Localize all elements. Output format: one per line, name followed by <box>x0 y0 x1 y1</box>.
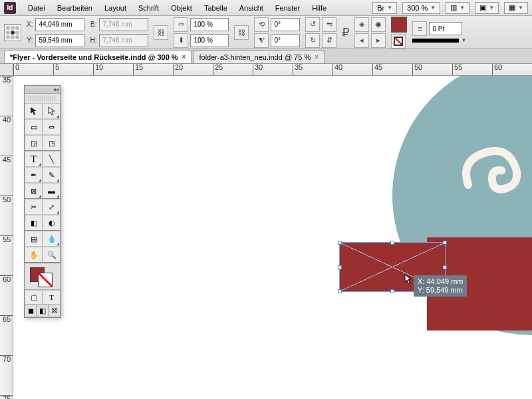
note-tool[interactable]: ▤ <box>25 231 43 247</box>
rotate-ccw-button[interactable]: ↺ <box>305 17 320 32</box>
flip-v-button[interactable]: ⇵ <box>322 33 336 48</box>
scale-x-icon: ⬄ <box>174 17 188 32</box>
shear-field[interactable]: 0° <box>271 34 300 47</box>
menu-objekt[interactable]: Objekt <box>166 2 198 14</box>
next-object-button[interactable]: ▸ <box>371 33 386 48</box>
canvas-area: 0 5 10 15 20 25 30 35 40 45 50 55 60 35 … <box>0 64 532 399</box>
rotate-field[interactable]: 0° <box>271 18 300 31</box>
line-tool[interactable]: ╲ <box>43 151 61 167</box>
zoom-tool[interactable]: 🔍 <box>43 247 61 263</box>
tab-flyer[interactable]: *Flyer - Vorderseite und Rückseite.indd … <box>4 50 192 63</box>
rotate-cw-button[interactable]: ↻ <box>305 33 320 48</box>
stroke-style-dropdown[interactable] <box>412 39 459 43</box>
menu-bar: Id Datei Bearbeiten Layout Schrift Objek… <box>0 0 532 16</box>
menu-fenster[interactable]: Fenster <box>270 2 305 14</box>
free-transform-tool[interactable]: ⤢ <box>43 199 61 215</box>
formatting-container-button[interactable]: ▢ <box>25 290 43 305</box>
tools-panel[interactable]: ◂◂ ▭ ⇔ ◲ ◳ T ╲ ✒ ✎ ⊠ ▬ ✂ ⤢ ◧ ◐ ▤ 💧 ✋ 🔍 ▢… <box>24 85 61 318</box>
hand-tool[interactable]: ✋ <box>25 247 43 263</box>
formatting-text-button[interactable]: T <box>43 290 61 305</box>
content-collector-tool[interactable]: ◲ <box>25 135 43 151</box>
close-icon[interactable]: × <box>182 53 186 61</box>
cursor-arrow-icon <box>404 274 412 285</box>
shear-icon: ⧨ <box>254 33 269 48</box>
gradient-swatch-tool[interactable]: ◧ <box>25 215 43 231</box>
paragraph-indicator-icon: ₽ <box>342 25 349 40</box>
menu-tabelle[interactable]: Tabelle <box>199 2 233 14</box>
rotate-icon: ⟲ <box>254 17 269 32</box>
h-label: H: <box>90 37 96 44</box>
smart-guide-tooltip: X: 44,049 mm Y: 59,549 mm <box>414 275 467 297</box>
screen-mode-button[interactable]: ▣▼ <box>475 2 499 14</box>
page-icon: ▥ <box>450 3 457 12</box>
view-options-button[interactable]: ▥▼ <box>446 2 469 14</box>
content-placer-tool[interactable]: ◳ <box>43 135 61 151</box>
width-field[interactable]: 7,746 mm <box>99 18 148 31</box>
swirl-logo-icon <box>446 129 532 209</box>
ruler-origin[interactable] <box>0 64 13 76</box>
x-field[interactable]: 44,049 mm <box>35 18 84 31</box>
close-icon[interactable]: × <box>315 53 319 61</box>
panel-grip[interactable] <box>29 96 57 101</box>
screen-icon: ▣ <box>479 3 486 12</box>
page-tool[interactable]: ▭ <box>25 119 43 135</box>
constrain-scale-icon[interactable]: ⛓ <box>234 25 249 40</box>
fill-swatch[interactable] <box>391 17 407 33</box>
y-field[interactable]: 59,549 mm <box>35 34 84 47</box>
selection-tool[interactable] <box>25 103 43 119</box>
pencil-tool[interactable]: ✎ <box>43 167 61 183</box>
gap-tool[interactable]: ⇔ <box>43 119 61 135</box>
menu-bearbeiten[interactable]: Bearbeiten <box>52 2 98 14</box>
arrange-button[interactable]: ▦▼ <box>504 2 528 14</box>
apply-none-button[interactable]: ☒ <box>49 305 61 317</box>
menu-hilfe[interactable]: Hilfe <box>307 2 332 14</box>
stroke-weight-field[interactable]: 0 Pt <box>429 22 462 35</box>
reference-point-proxy[interactable] <box>4 24 21 41</box>
vertical-ruler[interactable]: 35 40 45 50 55 60 65 70 75 <box>0 76 13 399</box>
document-tabs: *Flyer - Vorderseite und Rückseite.indd … <box>0 49 532 64</box>
scissors-tool[interactable]: ✂ <box>25 199 43 215</box>
apply-gradient-button[interactable]: ◧ <box>37 305 49 317</box>
app-logo: Id <box>4 2 16 14</box>
direct-selection-tool[interactable] <box>43 103 61 119</box>
prev-object-button[interactable]: ◂ <box>354 33 369 48</box>
color-mode-row: ◼ ◧ ☒ <box>25 304 61 317</box>
constrain-wh-icon[interactable]: ⛓ <box>154 25 168 40</box>
gradient-feather-tool[interactable]: ◐ <box>43 215 61 231</box>
horizontal-ruler[interactable]: 0 5 10 15 20 25 30 35 40 45 50 55 60 <box>13 64 532 76</box>
w-label: B: <box>90 21 96 28</box>
tab-folder[interactable]: folder-a3-hinten_neu.indd @ 75 %× <box>193 50 325 63</box>
pen-tool[interactable]: ✒ <box>25 167 43 183</box>
apply-color-button[interactable]: ◼ <box>25 305 37 317</box>
bridge-button[interactable]: Br▼ <box>372 2 397 14</box>
rectangle-tool[interactable]: ▬ <box>43 183 61 199</box>
flip-h-button[interactable]: ⇋ <box>322 17 336 32</box>
select-content-button[interactable]: ◉ <box>371 17 386 32</box>
stroke-swatch[interactable] <box>391 34 406 49</box>
height-field[interactable]: 7,746 mm <box>99 34 148 47</box>
select-container-button[interactable]: ◈ <box>354 17 369 32</box>
y-label: Y: <box>27 37 33 44</box>
menu-layout[interactable]: Layout <box>99 2 132 14</box>
control-bar: X: 44,049 mm Y: 59,549 mm B: 7,746 mm H:… <box>0 16 532 49</box>
type-tool[interactable]: T <box>25 151 43 167</box>
zoom-level-dropdown[interactable]: 300 %▼ <box>402 2 440 14</box>
scale-y-icon: ⬍ <box>174 33 188 48</box>
stroke-weight-icon: ≡ <box>412 21 427 36</box>
stroke-color-swatch[interactable] <box>38 273 53 287</box>
x-label: X: <box>27 21 33 28</box>
scale-y-field[interactable]: 100 % <box>190 34 229 47</box>
arrange-icon: ▦ <box>509 3 515 12</box>
scale-x-field[interactable]: 100 % <box>190 18 229 31</box>
rectangle-frame-tool[interactable]: ⊠ <box>25 183 43 199</box>
menu-datei[interactable]: Datei <box>23 2 51 14</box>
menu-ansicht[interactable]: Ansicht <box>234 2 269 14</box>
eyedropper-tool[interactable]: 💧 <box>43 231 61 247</box>
page-canvas[interactable]: X: 44,049 mm Y: 59,549 mm <box>13 76 532 399</box>
menu-schrift[interactable]: Schrift <box>133 2 164 14</box>
panel-collapse-icon[interactable]: ◂◂ <box>25 86 61 94</box>
fill-stroke-proxy[interactable] <box>25 263 61 289</box>
